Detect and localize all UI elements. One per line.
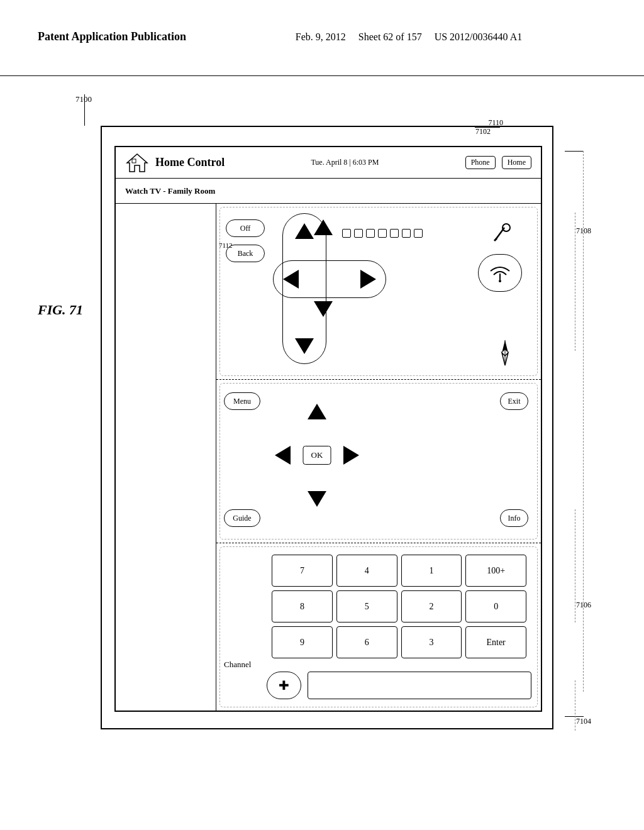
nav-down-mid[interactable] [308, 491, 326, 507]
remote-middle-section: Menu Guide Exit Info [216, 380, 541, 543]
ref-7110-label: 7110 [488, 118, 503, 128]
dot-2 [354, 229, 363, 238]
channel-label: Channel [224, 660, 251, 670]
svg-line-5 [494, 238, 497, 241]
home-button[interactable]: Home [502, 156, 531, 169]
number-grid: 7 4 1 100+ 8 5 2 0 9 6 3 Enter [267, 550, 531, 663]
btn-3[interactable]: 3 [401, 626, 462, 658]
bracket-7106 [575, 509, 575, 622]
btn-4[interactable]: 4 [336, 555, 397, 587]
info-button[interactable]: Info [500, 509, 528, 527]
nav-up-arrow[interactable] [295, 223, 314, 239]
dot-7 [414, 229, 423, 238]
status-time: Tue. April 8 | 6:03 PM [231, 158, 459, 167]
home-control-title: Home Control [155, 156, 225, 169]
nav-down-arrow[interactable] [295, 338, 314, 354]
dot-3 [366, 229, 375, 238]
sheet-info: Sheet 62 of 157 [358, 31, 422, 42]
svg-rect-1 [132, 159, 136, 163]
ref-7106-label: 7106 [576, 600, 591, 610]
dot-4 [378, 229, 387, 238]
ref-7102-label: 7102 [475, 127, 491, 136]
btn-1[interactable]: 1 [401, 555, 462, 587]
exit-button[interactable]: Exit [500, 392, 528, 410]
header-date-sheet: Feb. 9, 2012 Sheet 62 of 157 US 2012/003… [186, 31, 606, 43]
diagram-container: 7100 Home Control Tue. April 8 | 6:03 PM… [75, 88, 591, 767]
header: Patent Application Publication Feb. 9, 2… [0, 30, 644, 43]
bracket-line-bottom [565, 716, 584, 717]
ref-7100: 7100 [75, 94, 92, 104]
btn-7[interactable]: 7 [272, 555, 333, 587]
remote-area: Off Back 7112 [216, 204, 541, 711]
nav-cross: OK [267, 392, 367, 518]
ok-button[interactable]: OK [303, 446, 331, 465]
btn-100plus[interactable]: 100+ [465, 555, 526, 587]
watch-tv-label: Watch TV - Family Room [125, 186, 215, 196]
left-sidebar [116, 204, 216, 711]
nav-up-mid[interactable] [308, 404, 326, 419]
bracket-vertical [583, 151, 584, 692]
pub-date: Feb. 9, 2012 [296, 31, 346, 42]
menu-button[interactable]: Menu [224, 392, 260, 410]
remote-top-section: Off Back 7112 [216, 204, 541, 380]
channel-list-box[interactable] [308, 672, 531, 699]
phone-button[interactable]: Phone [465, 156, 496, 169]
dot-5 [390, 229, 399, 238]
nav-up-top[interactable] [314, 219, 333, 235]
svg-marker-0 [127, 154, 147, 172]
second-bar: Watch TV - Family Room [116, 179, 541, 204]
remote-bottom-section: Channel ✚ 7 4 1 100+ [216, 543, 541, 711]
nav-horizontal-pill-top [273, 260, 386, 298]
bracket-line-top [565, 151, 584, 152]
indicator-dots [342, 229, 423, 238]
wrench-icon[interactable] [487, 219, 516, 248]
phone-screen: Home Control Tue. April 8 | 6:03 PM Phon… [114, 146, 542, 712]
status-bar: Home Control Tue. April 8 | 6:03 PM Phon… [116, 147, 541, 179]
guide-button[interactable]: Guide [224, 509, 260, 527]
btn-5[interactable]: 5 [336, 590, 397, 622]
ref-7104-label: 7104 [576, 717, 591, 726]
nav-down-top[interactable] [314, 301, 333, 317]
wifi-button[interactable] [478, 254, 522, 292]
nav-left-mid[interactable] [275, 446, 291, 465]
patent-number: US 2012/0036440 A1 [435, 31, 523, 42]
publication-title: Patent Application Publication [38, 30, 186, 43]
btn-6[interactable]: 6 [336, 626, 397, 658]
ref-7112: 7112 [219, 241, 233, 249]
nav-right-mid[interactable] [343, 446, 359, 465]
btn-8[interactable]: 8 [272, 590, 333, 622]
channel-plus-btn[interactable]: ✚ [267, 672, 301, 699]
nav-left-arrow-top[interactable] [283, 270, 299, 289]
btn-9[interactable]: 9 [272, 626, 333, 658]
dot-6 [402, 229, 411, 238]
off-button[interactable]: Off [226, 219, 265, 237]
ref-7100-line [84, 94, 85, 126]
channel-controls: ✚ [267, 670, 531, 701]
ref-7108-label: 7108 [576, 226, 591, 236]
btn-2[interactable]: 2 [401, 590, 462, 622]
btn-0[interactable]: 0 [465, 590, 526, 622]
nav-right-arrow-top[interactable] [360, 270, 376, 289]
nav-cross-inner: OK [270, 399, 364, 512]
btn-enter[interactable]: Enter [465, 626, 526, 658]
header-rule [0, 75, 644, 76]
dot-1 [342, 229, 351, 238]
compass-icon[interactable] [487, 335, 522, 370]
house-icon [125, 153, 149, 172]
outer-device-box: Home Control Tue. April 8 | 6:03 PM Phon… [101, 126, 553, 729]
bracket-7104 [575, 680, 575, 731]
svg-point-2 [499, 280, 501, 282]
bracket-7108 [575, 213, 575, 351]
